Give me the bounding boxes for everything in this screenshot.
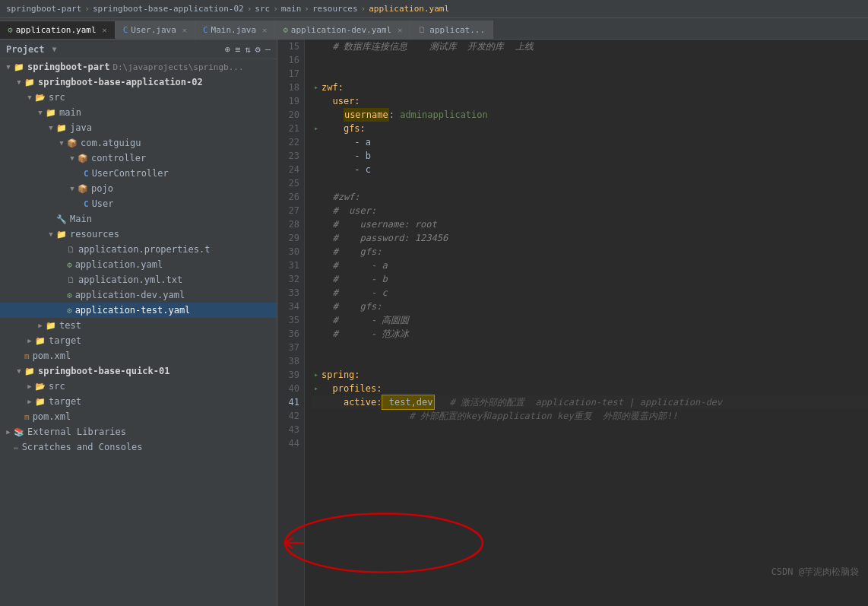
java-icon: C <box>203 25 208 35</box>
code-text: # password: 123456 <box>322 231 448 245</box>
locate-icon[interactable]: ⊕ <box>225 44 230 55</box>
tree-item-pojo[interactable]: ▼ 📦 pojo <box>0 181 277 196</box>
code-text: # gfs: <box>322 245 382 259</box>
tree-item-scratches[interactable]: ✏ Scratches and Consoles <box>0 439 277 455</box>
tree-item-app-test-yaml[interactable]: ⚙ application-test.yaml <box>0 303 277 318</box>
breadcrumb-item[interactable]: springboot-part <box>6 4 81 14</box>
tree-item-test[interactable]: ▶ 📁 test <box>0 318 277 333</box>
code-text: # username: root <box>322 217 437 231</box>
code-line-30: # gfs: <box>311 245 868 259</box>
tree-item-main[interactable]: ▼ 📁 main <box>0 105 277 120</box>
breadcrumb-item[interactable]: main <box>281 4 302 14</box>
tree-item-app-dev-yaml[interactable]: ⚙ application-dev.yaml <box>0 287 277 303</box>
tree-item-target-2[interactable]: ▶ 📁 target <box>0 394 277 409</box>
code-comment: # 激活外部的配置 application-test | application… <box>450 395 723 409</box>
breadcrumb-active[interactable]: application.yaml <box>369 4 449 14</box>
properties-icon: 🗋 <box>67 245 75 255</box>
tree-item-pom-xml-2[interactable]: m pom.xml <box>0 409 277 424</box>
tab-user-java[interactable]: C User.java ✕ <box>116 21 195 39</box>
tree-item-pom-xml[interactable]: m pom.xml <box>0 348 277 363</box>
tree-item-resources[interactable]: ▼ 📁 resources <box>0 227 277 242</box>
src-icon: 📂 <box>35 382 46 392</box>
code-line-21: ▸ gfs: <box>311 122 868 135</box>
collapse-icon[interactable]: ≡ <box>235 44 240 55</box>
tree-label: application.properties.t <box>78 244 210 255</box>
tree-item-src-2[interactable]: ▶ 📂 src <box>0 379 277 394</box>
tab-applicat[interactable]: 🗋 applicat... <box>410 21 493 39</box>
line-numbers: 15 16 17 18 19 20 21 22 23 24 25 26 27 2… <box>277 40 305 606</box>
close-icon[interactable]: ✕ <box>103 26 107 34</box>
close-icon[interactable]: ✕ <box>398 26 402 34</box>
code-line-34: # gfs: <box>311 300 868 313</box>
tree-item-app-yaml[interactable]: ⚙ application.yaml <box>0 257 277 272</box>
tree-path: D:\javaprojects\springb... <box>112 62 243 72</box>
close-icon[interactable]: ✕ <box>262 26 267 34</box>
tree-item-user[interactable]: C User <box>0 196 277 211</box>
tree-item-controller[interactable]: ▼ 📦 controller <box>0 151 277 166</box>
sidebar-title: Project <box>6 44 45 55</box>
code-value: a <box>366 135 371 149</box>
tab-label: applicat... <box>429 25 485 35</box>
java-class-icon: C <box>84 199 89 209</box>
close-panel-icon[interactable]: — <box>265 44 271 55</box>
code-line-28: # username: root <box>311 217 868 231</box>
tree-item-src[interactable]: ▼ 📂 src <box>0 90 277 105</box>
tab-app-dev-yaml[interactable]: ⚙ application-dev.yaml ✕ <box>275 21 410 39</box>
arrow-icon: ▼ <box>24 94 35 101</box>
code-text <box>322 94 332 108</box>
tree-item-springboot-part[interactable]: ▼ 📁 springboot-part D:\javaprojects\spri… <box>0 59 277 75</box>
tab-label: application.yaml <box>16 25 97 35</box>
code-line-16 <box>311 53 868 67</box>
code-text: # - a <box>322 259 388 272</box>
code-line-42: # 外部配置的key和application key重复 外部的覆盖内部!! <box>311 409 868 423</box>
breadcrumb-item[interactable]: src <box>255 4 270 14</box>
editor-content[interactable]: # 数据库连接信息 测试库 开发的库 上线 ▸ zwf: <box>305 40 868 606</box>
code-line-44 <box>311 436 868 450</box>
tree-label: java <box>70 122 92 133</box>
tree-label: test <box>59 320 81 331</box>
xml-icon: m <box>24 412 30 422</box>
tab-application-yaml[interactable]: ⚙ application.yaml ✕ <box>0 21 116 39</box>
tree-item-app-properties[interactable]: 🗋 application.properties.t <box>0 242 277 257</box>
code-text: # - 范冰冰 <box>322 327 409 341</box>
code-key: active: <box>344 395 382 409</box>
arrow-icon: ▶ <box>24 382 35 390</box>
java-class-icon: C <box>84 169 89 179</box>
tree-item-springboot-base-app-02[interactable]: ▼ 📁 springboot-base-application-02 <box>0 75 277 90</box>
code-text: # - c <box>322 286 388 300</box>
target-folder-icon: 📁 <box>35 336 46 346</box>
tree-item-springboot-quick-01[interactable]: ▼ 📁 springboot-base-quick-01 <box>0 363 277 379</box>
tree-label: src <box>49 92 65 103</box>
breadcrumb-item[interactable]: resources <box>312 4 358 14</box>
tree-label: User <box>92 198 114 209</box>
close-icon[interactable]: ✕ <box>182 26 187 34</box>
tree-item-java[interactable]: ▼ 📁 java <box>0 120 277 135</box>
tree-label: target <box>49 396 81 407</box>
tree-item-external-libs[interactable]: ▶ 📚 External Libraries <box>0 424 277 439</box>
code-line-25 <box>311 176 868 190</box>
arrow-icon: ▼ <box>46 230 56 238</box>
arrow-icon: ▼ <box>67 185 78 192</box>
settings-icon[interactable]: ⚙ <box>255 44 261 55</box>
java-main-icon: 🔧 <box>56 214 67 224</box>
code-line-27: # user: <box>311 204 868 217</box>
tree-item-app-yml-txt[interactable]: 🗋 application.yml.txt <box>0 272 277 287</box>
tree-item-main-class[interactable]: 🔧 Main <box>0 211 277 227</box>
tree-label: src <box>49 381 65 392</box>
tab-main-java[interactable]: C Main.java ✕ <box>195 21 275 39</box>
tree-item-usercontroller[interactable]: C UserController <box>0 166 277 181</box>
code-line-22: - a <box>311 135 868 149</box>
code-value: c <box>366 163 371 176</box>
sort-icon[interactable]: ⇅ <box>245 44 250 55</box>
csdn-watermark: CSDN @芋泥肉松脑袋 <box>771 566 859 579</box>
code-text: - <box>322 163 366 176</box>
code-text: # - b <box>322 272 388 286</box>
tree-label: application-test.yaml <box>75 305 191 316</box>
dropdown-icon[interactable]: ▼ <box>52 45 57 53</box>
tree-item-com-atguigu[interactable]: ▼ 📦 com.atguigu <box>0 135 277 151</box>
breadcrumb-item[interactable]: springboot-base-application-02 <box>93 4 244 14</box>
package-icon: 📦 <box>78 154 88 163</box>
tree-item-target[interactable]: ▶ 📁 target <box>0 333 277 348</box>
gutter-icon: ▸ <box>311 81 322 94</box>
tab-label: application-dev.yaml <box>291 25 391 35</box>
